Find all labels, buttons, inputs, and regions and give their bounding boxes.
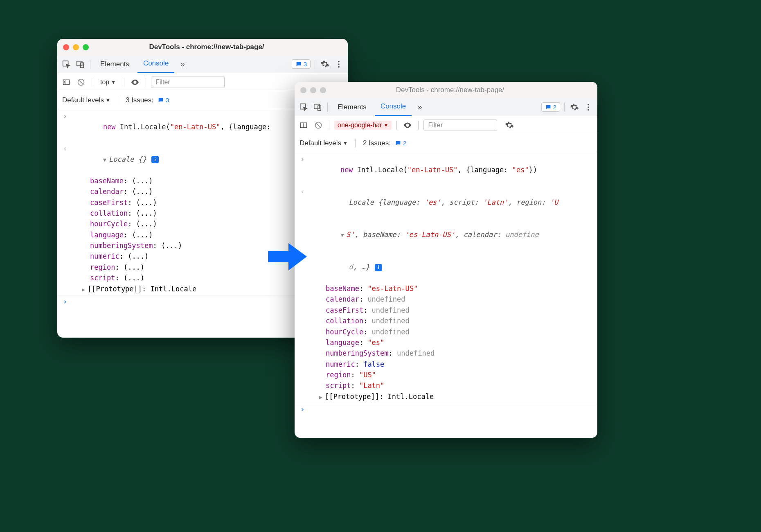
- context-selector[interactable]: top ▼: [97, 78, 119, 87]
- eye-icon[interactable]: [402, 119, 413, 131]
- tab-elements[interactable]: Elements: [95, 55, 135, 73]
- maximize-window-icon[interactable]: [320, 87, 326, 93]
- more-tabs-icon[interactable]: »: [414, 101, 426, 113]
- devtools-window-right: DevTools - chrome://new-tab-page/ Elemen…: [295, 82, 597, 438]
- divider: [327, 103, 328, 112]
- gear-icon[interactable]: [504, 119, 515, 131]
- titlebar[interactable]: DevTools - chrome://new-tab-page/: [295, 82, 597, 98]
- prop-row[interactable]: calendar: undefined: [295, 294, 597, 304]
- svg-point-4: [338, 63, 340, 65]
- expand-toggle-icon[interactable]: ▼: [103, 156, 109, 164]
- filter-input[interactable]: Filter: [423, 119, 497, 131]
- info-badge-icon[interactable]: i: [375, 264, 382, 271]
- context-label: top: [100, 79, 109, 86]
- console-output-row: ▼S', baseName: 'es-Latn-US', calendar: u…: [295, 219, 597, 251]
- tab-elements[interactable]: Elements: [332, 98, 372, 116]
- console-body[interactable]: › new Intl.Locale("en-Latn-US", {languag…: [295, 152, 597, 438]
- prompt-icon: ›: [61, 296, 70, 307]
- prompt-icon: ›: [298, 154, 307, 186]
- clear-console-icon[interactable]: [313, 119, 324, 131]
- prop-row[interactable]: numberingSystem: undefined: [295, 348, 597, 358]
- tab-console[interactable]: Console: [137, 55, 174, 73]
- divider: [295, 403, 597, 403]
- issues-link[interactable]: 3 Issues: 3: [126, 96, 171, 104]
- chevron-down-icon: ▼: [111, 79, 116, 85]
- prop-row[interactable]: numeric: false: [295, 359, 597, 370]
- object-header[interactable]: Locale {}: [109, 155, 146, 163]
- divider: [92, 78, 92, 87]
- issues-label: 3 Issues:: [126, 96, 153, 104]
- context-selector[interactable]: one-google-bar ▼: [334, 121, 392, 130]
- prop-row[interactable]: region: "US": [295, 370, 597, 380]
- prop-row[interactable]: hourCycle: undefined: [295, 327, 597, 337]
- expand-toggle-icon[interactable]: ▶: [82, 286, 88, 294]
- message-icon: [545, 104, 552, 110]
- divider: [396, 121, 397, 130]
- console-output-row: ‹ Locale {language: 'es', script: 'Latn'…: [295, 186, 597, 219]
- close-window-icon[interactable]: [63, 44, 69, 50]
- svg-point-3: [338, 61, 340, 62]
- expand-toggle-icon[interactable]: ▶: [319, 393, 325, 401]
- divider: [315, 60, 315, 69]
- clear-console-icon[interactable]: [75, 77, 87, 88]
- device-toggle-icon[interactable]: [74, 59, 86, 70]
- devtools-tabbar: Elements Console » 3: [57, 55, 348, 73]
- titlebar[interactable]: DevTools - chrome://new-tab-page/: [57, 39, 348, 55]
- levels-selector[interactable]: Default levels ▼: [62, 96, 110, 104]
- sidebar-toggle-icon[interactable]: [298, 119, 309, 131]
- sidebar-toggle-icon[interactable]: [61, 77, 72, 88]
- prop-row[interactable]: script: "Latn": [295, 380, 597, 391]
- proto-row[interactable]: ▶[[Prototype]]: Intl.Locale: [295, 391, 597, 402]
- comparison-arrow-icon: [268, 241, 307, 272]
- prop-row[interactable]: language: "es": [295, 337, 597, 348]
- window-title: DevTools - chrome://new-tab-page/: [330, 86, 570, 94]
- window-title: DevTools - chrome://new-tab-page/: [92, 43, 321, 51]
- prompt-icon: ›: [61, 111, 70, 143]
- gear-icon[interactable]: [319, 59, 331, 70]
- output-icon: ‹: [61, 143, 70, 176]
- minimize-window-icon[interactable]: [73, 44, 79, 50]
- console-toolbar: one-google-bar ▼ Filter: [295, 116, 597, 134]
- more-tabs-icon[interactable]: »: [177, 59, 188, 70]
- message-icon: [295, 61, 302, 68]
- console-prompt[interactable]: ›: [295, 404, 597, 415]
- svg-point-13: [588, 109, 589, 110]
- prop-row[interactable]: collation: undefined: [295, 316, 597, 326]
- kebab-menu-icon[interactable]: [333, 59, 344, 70]
- close-window-icon[interactable]: [300, 87, 306, 93]
- kebab-menu-icon[interactable]: [583, 101, 594, 113]
- divider: [124, 78, 124, 87]
- prompt-icon: ›: [298, 404, 307, 415]
- object-summary[interactable]: Locale {language: 'es', script: 'Latn', …: [307, 186, 594, 219]
- issues-badge[interactable]: 3: [292, 59, 311, 69]
- divider: [564, 103, 565, 112]
- inspect-icon[interactable]: [61, 59, 72, 70]
- issues-badge[interactable]: 2: [541, 102, 560, 112]
- context-label: one-google-bar: [338, 122, 382, 129]
- expand-toggle-icon[interactable]: ▼: [340, 231, 346, 239]
- inspect-icon[interactable]: [298, 101, 309, 113]
- devtools-tabbar: Elements Console » 2: [295, 98, 597, 116]
- svg-rect-1: [77, 61, 82, 65]
- divider: [146, 78, 146, 87]
- prop-row[interactable]: baseName: "es-Latn-US": [295, 283, 597, 294]
- filter-input[interactable]: Filter: [151, 77, 225, 88]
- levels-selector[interactable]: Default levels ▼: [299, 139, 348, 147]
- maximize-window-icon[interactable]: [83, 44, 89, 50]
- eye-icon[interactable]: [129, 77, 141, 88]
- svg-point-5: [338, 66, 340, 68]
- device-toggle-icon[interactable]: [312, 101, 323, 113]
- svg-point-11: [588, 104, 589, 105]
- divider: [90, 60, 90, 69]
- divider: [418, 121, 419, 130]
- minimize-window-icon[interactable]: [310, 87, 316, 93]
- info-badge-icon[interactable]: i: [151, 156, 159, 163]
- issues-count: 2: [553, 104, 556, 110]
- console-levels-bar: Default levels ▼ 2 Issues: 2: [295, 134, 597, 152]
- tab-console[interactable]: Console: [375, 98, 412, 116]
- console-output-row: d, …} i: [295, 251, 597, 283]
- gear-icon[interactable]: [569, 101, 580, 113]
- prop-row[interactable]: caseFirst: undefined: [295, 305, 597, 316]
- divider: [355, 139, 356, 148]
- issues-link[interactable]: 2 Issues: 2: [363, 139, 408, 147]
